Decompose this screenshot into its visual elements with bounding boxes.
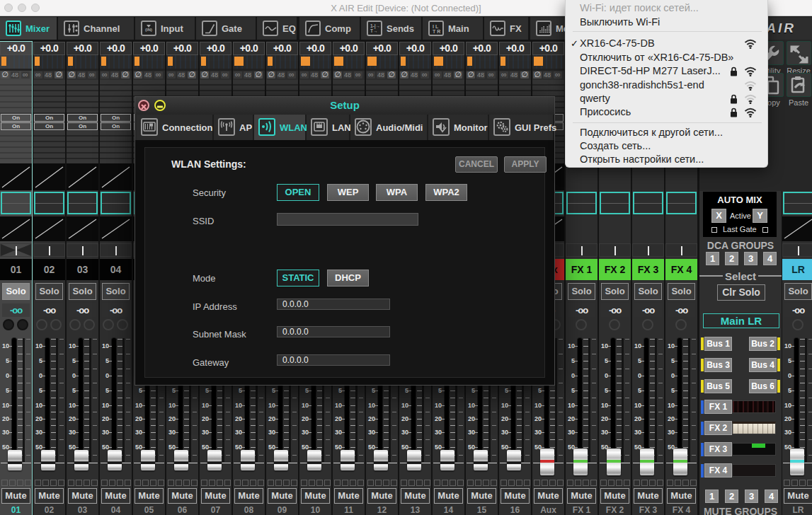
svg-text:T→: T→ (370, 28, 377, 33)
svg-text:I L: I L (433, 24, 439, 29)
svg-text:(IN): (IN) (145, 28, 152, 32)
svg-text:T R: T R (433, 29, 440, 34)
